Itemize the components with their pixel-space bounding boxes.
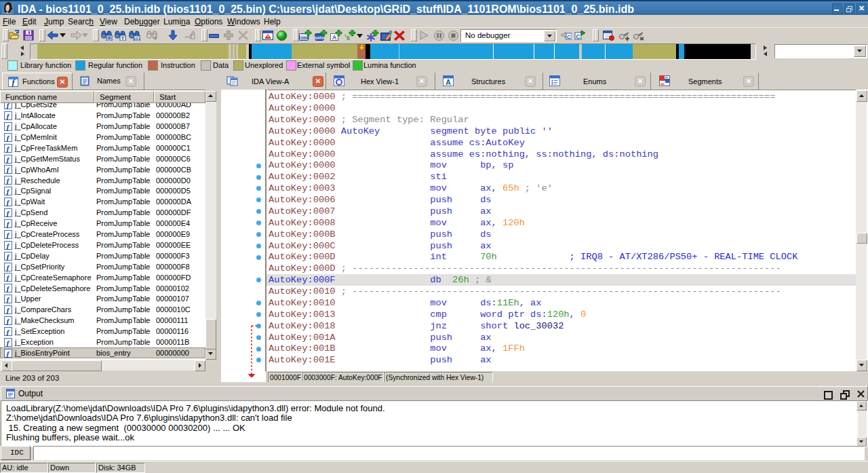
svg-text:A: A xyxy=(446,78,451,86)
svg-text:T: T xyxy=(121,35,125,41)
svg-text:A: A xyxy=(332,34,337,41)
svg-text:C: C xyxy=(567,34,571,40)
svg-text:'s: 's xyxy=(344,34,350,41)
svg-text:C: C xyxy=(576,33,580,40)
svg-text:CODE: CODE xyxy=(299,36,309,40)
svg-text:DATA: DATA xyxy=(315,36,324,40)
svg-text:101: 101 xyxy=(134,37,140,41)
